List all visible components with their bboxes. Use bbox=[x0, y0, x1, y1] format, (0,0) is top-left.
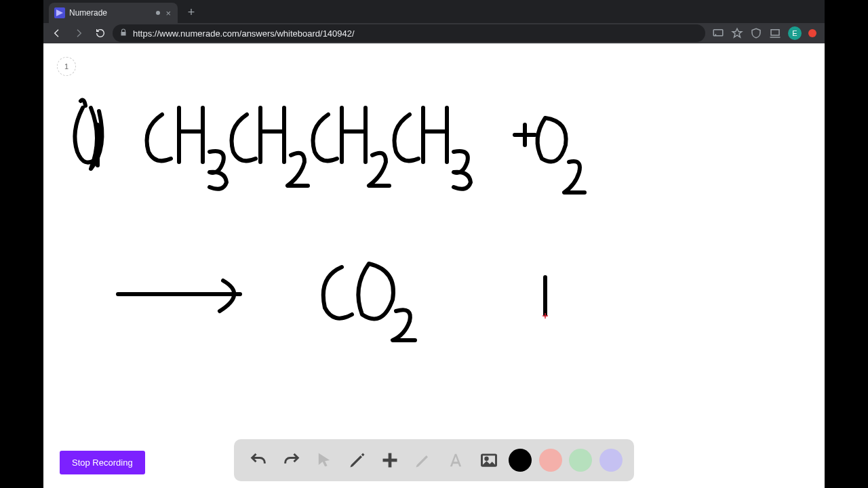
svg-marker-3 bbox=[732, 28, 742, 37]
cast-icon[interactable] bbox=[712, 27, 724, 39]
pen-tool-button[interactable] bbox=[344, 447, 370, 473]
lock-icon bbox=[119, 28, 127, 39]
tab-strip: Numerade × + bbox=[43, 0, 825, 23]
svg-rect-4 bbox=[771, 30, 779, 35]
undo-button[interactable] bbox=[245, 447, 271, 473]
text-tool-button[interactable] bbox=[443, 447, 469, 473]
forward-button[interactable] bbox=[69, 24, 88, 43]
recording-indicator-icon bbox=[808, 29, 816, 37]
profile-avatar[interactable]: E bbox=[788, 26, 802, 40]
color-green-swatch[interactable] bbox=[569, 449, 592, 472]
whiteboard-canvas[interactable]: 1 bbox=[43, 43, 825, 488]
stop-recording-button[interactable]: Stop Recording bbox=[60, 451, 145, 474]
svg-point-2 bbox=[715, 34, 716, 35]
shield-icon[interactable] bbox=[750, 27, 762, 39]
svg-marker-0 bbox=[56, 9, 63, 16]
pointer-tool-button[interactable] bbox=[311, 447, 337, 473]
handwriting-layer bbox=[43, 43, 825, 423]
color-black-swatch[interactable] bbox=[509, 449, 532, 472]
back-button[interactable] bbox=[47, 24, 66, 43]
browser-tab[interactable]: Numerade × bbox=[49, 3, 178, 23]
color-red-swatch[interactable] bbox=[539, 449, 562, 472]
redo-button[interactable] bbox=[279, 447, 304, 473]
new-tab-button[interactable]: + bbox=[182, 3, 201, 22]
devices-icon[interactable] bbox=[769, 27, 781, 39]
browser-window: Numerade × + https://www.numerade.com/an… bbox=[43, 0, 825, 488]
whiteboard-toolbar bbox=[234, 439, 634, 481]
color-purple-swatch[interactable] bbox=[599, 449, 623, 472]
url-text: https://www.numerade.com/answers/whitebo… bbox=[133, 28, 355, 39]
image-tool-button[interactable] bbox=[476, 447, 502, 473]
tab-close-icon[interactable]: × bbox=[164, 9, 172, 18]
svg-point-11 bbox=[486, 458, 488, 460]
eraser-tool-button[interactable] bbox=[410, 447, 436, 473]
svg-rect-9 bbox=[383, 459, 397, 462]
address-bar: https://www.numerade.com/answers/whitebo… bbox=[43, 23, 825, 43]
toolbar-right-icons: E bbox=[708, 26, 821, 40]
reload-button[interactable] bbox=[91, 24, 110, 43]
tab-recording-dot-icon bbox=[156, 11, 160, 15]
tab-title: Numerade bbox=[69, 8, 152, 18]
url-bar[interactable]: https://www.numerade.com/answers/whitebo… bbox=[113, 24, 705, 42]
add-shape-button[interactable] bbox=[377, 447, 403, 473]
bookmark-star-icon[interactable] bbox=[731, 27, 743, 39]
tab-favicon bbox=[54, 7, 65, 18]
